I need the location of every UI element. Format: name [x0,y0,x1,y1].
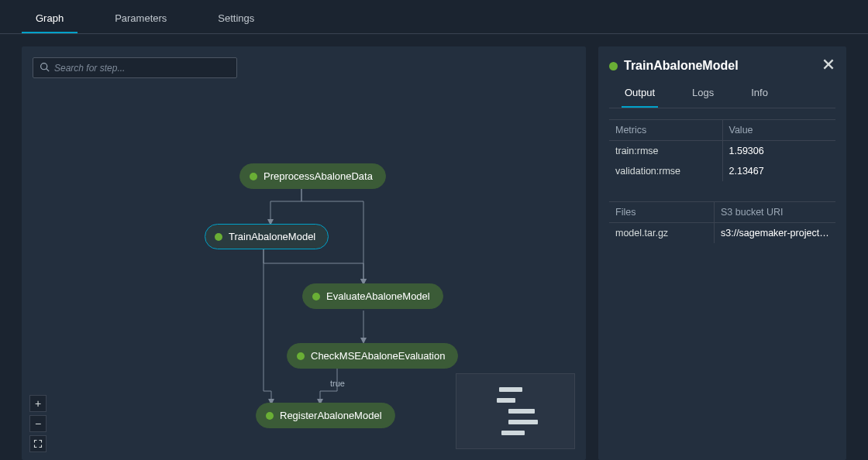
detail-panel: TrainAbaloneModel Output Logs Info Metri… [598,46,846,460]
node-evaluate[interactable]: EvaluateAbaloneModel [302,283,443,309]
zoom-out-button[interactable]: − [29,415,46,432]
node-register[interactable]: RegisterAbaloneModel [256,403,395,428]
metrics-header-name: Metrics [609,120,722,141]
status-dot-icon [266,412,274,420]
graph-panel: PreprocessAbaloneData TrainAbaloneModel … [22,46,586,460]
zoom-fit-button[interactable] [29,435,46,452]
node-label: CheckMSEAbaloneEvaluation [311,350,445,362]
detail-title: TrainAbaloneModel [609,59,739,73]
close-button[interactable] [822,57,835,74]
node-label: PreprocessAbaloneData [264,170,373,182]
status-dot-icon [250,173,257,180]
node-preprocess[interactable]: PreprocessAbaloneData [239,163,386,189]
metrics-table: Metrics Value train:rmse 1.59306 validat… [609,119,835,181]
minimap[interactable] [456,373,575,449]
edge-label-true: true [330,379,345,388]
detail-title-text: TrainAbaloneModel [624,59,739,73]
files-header-uri: S3 bucket URI [715,202,836,223]
close-icon [822,60,835,74]
tab-graph[interactable]: Graph [22,5,78,33]
files-header-name: Files [609,202,715,223]
file-uri: s3://sagemaker-project-p-k... [715,223,836,244]
node-label: EvaluateAbaloneModel [326,290,430,302]
table-row[interactable]: model.tar.gz s3://sagemaker-project-p-k.… [609,223,835,244]
top-tab-bar: Graph Parameters Settings [0,0,868,34]
file-name: model.tar.gz [609,223,715,244]
table-row[interactable]: train:rmse 1.59306 [609,141,835,162]
status-dot-icon [609,62,618,70]
node-label: TrainAbaloneModel [229,231,315,242]
node-label: RegisterAbaloneModel [280,410,382,421]
metrics-header-value: Value [722,120,835,141]
status-dot-icon [297,352,305,360]
minus-icon: − [35,417,41,430]
minimap-icon [493,387,538,435]
metric-value: 2.13467 [722,161,835,181]
node-check[interactable]: CheckMSEAbaloneEvaluation [287,343,458,369]
sub-tab-logs[interactable]: Logs [689,79,717,108]
table-row[interactable]: validation:rmse 2.13467 [609,161,835,181]
plus-icon: + [35,397,41,410]
files-table: Files S3 bucket URI model.tar.gz s3://sa… [609,201,835,243]
detail-sub-tabs: Output Logs Info [609,79,835,108]
status-dot-icon [312,293,320,300]
expand-icon [33,439,43,448]
zoom-controls: + − [29,395,46,452]
sub-tab-info[interactable]: Info [748,79,771,108]
sub-tab-output[interactable]: Output [622,79,658,108]
zoom-in-button[interactable]: + [29,395,46,412]
node-train[interactable]: TrainAbaloneModel [205,224,329,249]
metric-name: train:rmse [609,141,722,162]
tab-settings[interactable]: Settings [204,5,268,33]
status-dot-icon [215,233,222,241]
metric-name: validation:rmse [609,161,722,181]
tab-parameters[interactable]: Parameters [101,5,181,33]
metric-value: 1.59306 [722,141,835,162]
